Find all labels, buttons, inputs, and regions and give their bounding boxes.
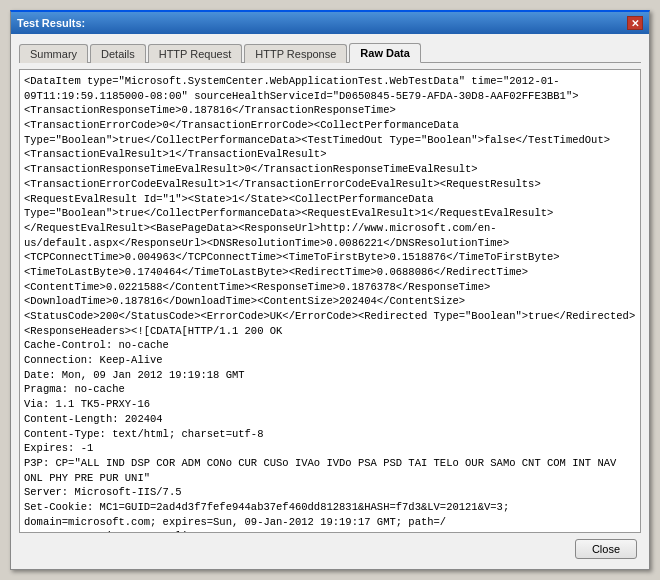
title-bar: Test Results: ✕ <box>11 12 649 34</box>
footer: Close <box>19 533 641 561</box>
tab-http-request[interactable]: HTTP Request <box>148 44 243 63</box>
tab-http-response[interactable]: HTTP Response <box>244 44 347 63</box>
tab-raw-data[interactable]: Raw Data <box>349 43 421 63</box>
tab-bar: Summary Details HTTP Request HTTP Respon… <box>19 42 641 63</box>
tab-summary[interactable]: Summary <box>19 44 88 63</box>
raw-data-content[interactable]: <DataItem type="Microsoft.SystemCenter.W… <box>20 70 640 532</box>
content-area: <DataItem type="Microsoft.SystemCenter.W… <box>19 69 641 533</box>
close-button[interactable]: Close <box>575 539 637 559</box>
window-title: Test Results: <box>17 17 85 29</box>
title-bar-controls: ✕ <box>627 16 643 30</box>
tab-details[interactable]: Details <box>90 44 146 63</box>
close-window-button[interactable]: ✕ <box>627 16 643 30</box>
window-body: Summary Details HTTP Request HTTP Respon… <box>11 34 649 569</box>
test-results-window: Test Results: ✕ Summary Details HTTP Req… <box>10 10 650 570</box>
